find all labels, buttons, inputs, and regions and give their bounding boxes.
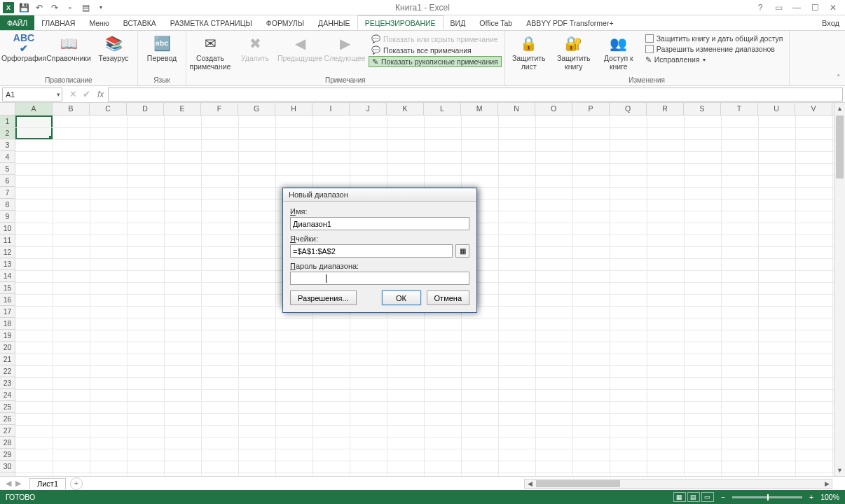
row-header[interactable]: 11 xyxy=(0,234,15,246)
collapse-ribbon-icon[interactable]: ˄ xyxy=(837,74,841,83)
column-header[interactable]: J xyxy=(350,103,387,115)
view-page-break-icon[interactable]: ▭ xyxy=(701,492,714,502)
tab-home[interactable]: ГЛАВНАЯ xyxy=(34,15,82,30)
row-header[interactable]: 20 xyxy=(0,342,15,354)
column-header[interactable]: V xyxy=(795,103,832,115)
tab-review[interactable]: РЕЦЕНЗИРОВАНИЕ xyxy=(357,15,444,30)
tab-menu[interactable]: Меню xyxy=(82,15,116,30)
sheet-tab[interactable]: Лист1 xyxy=(29,478,66,489)
range-name-input[interactable] xyxy=(290,217,469,230)
column-header[interactable]: R xyxy=(647,103,684,115)
column-header[interactable]: H xyxy=(275,103,312,115)
show-ink-button[interactable]: ✎ Показать рукописные примечания xyxy=(369,56,502,67)
row-header[interactable]: 13 xyxy=(0,258,15,270)
column-header[interactable]: N xyxy=(498,103,535,115)
column-header[interactable]: M xyxy=(461,103,498,115)
sheet-nav-prev-icon[interactable]: ◀ xyxy=(6,479,11,488)
row-header[interactable]: 3 xyxy=(0,139,15,151)
translate-button[interactable]: 🔤 Перевод xyxy=(141,32,183,63)
row-header[interactable]: 9 xyxy=(0,211,15,223)
column-header[interactable]: K xyxy=(387,103,424,115)
sign-in-link[interactable]: Вход xyxy=(816,15,845,30)
select-all-corner[interactable] xyxy=(0,103,15,115)
row-header[interactable]: 8 xyxy=(0,199,15,211)
row-header[interactable]: 18 xyxy=(0,318,15,330)
row-header[interactable]: 27 xyxy=(0,425,15,437)
research-button[interactable]: 📖 Справочники xyxy=(48,32,90,63)
share-book-button[interactable]: 👥 Доступ к книге xyxy=(598,32,640,71)
spelling-button[interactable]: ABC✔ Орфография xyxy=(3,32,45,63)
save-icon[interactable]: 💾 xyxy=(18,2,29,13)
tab-file[interactable]: ФАЙЛ xyxy=(0,15,34,30)
tab-abbyy[interactable]: ABBYY PDF Transformer+ xyxy=(519,15,620,30)
permissions-button[interactable]: Разрешения... xyxy=(290,290,357,305)
protect-share-button[interactable]: Защитить книгу и дать общий доступ xyxy=(643,34,786,43)
row-header[interactable]: 12 xyxy=(0,246,15,258)
protect-book-button[interactable]: 🔐 Защитить книгу xyxy=(553,32,595,71)
view-page-layout-icon[interactable]: ▤ xyxy=(687,492,700,502)
view-normal-icon[interactable]: ▦ xyxy=(673,492,686,502)
help-button[interactable]: ? xyxy=(755,3,765,13)
row-header[interactable]: 1 xyxy=(0,115,15,127)
row-header[interactable]: 24 xyxy=(0,389,15,401)
tab-view[interactable]: ВИД xyxy=(444,15,473,30)
column-header[interactable]: G xyxy=(238,103,275,115)
track-changes-button[interactable]: ✎ Исправления ▾ xyxy=(643,55,786,64)
column-header[interactable]: O xyxy=(535,103,572,115)
name-box-dropdown-icon[interactable]: ▾ xyxy=(57,91,60,98)
row-header[interactable]: 23 xyxy=(0,377,15,389)
row-header[interactable]: 19 xyxy=(0,330,15,342)
row-header[interactable]: 10 xyxy=(0,223,15,234)
column-header[interactable]: L xyxy=(424,103,461,115)
minimize-button[interactable]: — xyxy=(792,3,802,13)
zoom-out-icon[interactable]: − xyxy=(721,493,725,501)
close-button[interactable]: ✕ xyxy=(828,3,838,13)
new-file-icon[interactable]: ▫ xyxy=(64,2,76,13)
new-comment-button[interactable]: ✉ Создать примечание xyxy=(189,32,231,71)
cancel-button[interactable]: Отмена xyxy=(427,290,469,305)
range-cells-input[interactable] xyxy=(290,244,453,258)
tab-formulas[interactable]: ФОРМУЛЫ xyxy=(259,15,311,30)
range-selector-button[interactable]: ▦ xyxy=(455,244,469,258)
column-header[interactable]: A xyxy=(15,103,53,115)
zoom-in-icon[interactable]: + xyxy=(809,493,813,501)
tab-page-layout[interactable]: РАЗМЕТКА СТРАНИЦЫ xyxy=(163,15,259,30)
column-header[interactable]: B xyxy=(53,103,90,115)
column-header[interactable]: D xyxy=(127,103,164,115)
row-header[interactable]: 2 xyxy=(0,127,15,139)
sheet-nav-next-icon[interactable]: ▶ xyxy=(15,479,21,488)
column-header[interactable]: F xyxy=(201,103,238,115)
hscroll-thumb[interactable] xyxy=(536,480,620,487)
row-header[interactable]: 17 xyxy=(0,306,15,318)
allow-edit-ranges-button[interactable]: Разрешить изменение диапазонов xyxy=(643,44,786,54)
fx-icon[interactable]: fx xyxy=(97,90,108,99)
scroll-left-icon[interactable]: ◀ xyxy=(525,480,535,487)
print-preview-icon[interactable]: ▤ xyxy=(80,2,91,13)
row-header[interactable]: 16 xyxy=(0,294,15,306)
ok-button[interactable]: ОК xyxy=(382,290,421,305)
tab-data[interactable]: ДАННЫЕ xyxy=(311,15,357,30)
row-header[interactable]: 30 xyxy=(0,461,15,472)
row-header[interactable]: 14 xyxy=(0,270,15,282)
column-header[interactable]: U xyxy=(758,103,795,115)
column-header[interactable]: E xyxy=(164,103,201,115)
horizontal-scrollbar[interactable]: ◀ ▶ xyxy=(524,479,832,489)
row-header[interactable]: 29 xyxy=(0,449,15,461)
range-password-input[interactable] xyxy=(290,272,469,285)
vertical-scrollbar[interactable]: ▲ ▼ xyxy=(834,103,845,476)
row-header[interactable]: 5 xyxy=(0,163,15,175)
show-all-comments-button[interactable]: 💬 Показать все примечания xyxy=(369,45,502,55)
undo-icon[interactable]: ↶ xyxy=(34,2,45,13)
tab-insert[interactable]: ВСТАВКА xyxy=(116,15,163,30)
maximize-button[interactable]: ☐ xyxy=(810,3,820,13)
redo-icon[interactable]: ↷ xyxy=(49,2,60,13)
column-header[interactable]: C xyxy=(90,103,127,115)
column-header[interactable]: I xyxy=(312,103,350,115)
add-sheet-button[interactable]: + xyxy=(70,477,83,490)
column-header[interactable]: T xyxy=(721,103,758,115)
scroll-right-icon[interactable]: ▶ xyxy=(822,480,832,487)
row-header[interactable]: 15 xyxy=(0,282,15,294)
scroll-down-icon[interactable]: ▼ xyxy=(834,465,845,476)
row-header[interactable]: 4 xyxy=(0,151,15,163)
row-header[interactable]: 22 xyxy=(0,365,15,377)
